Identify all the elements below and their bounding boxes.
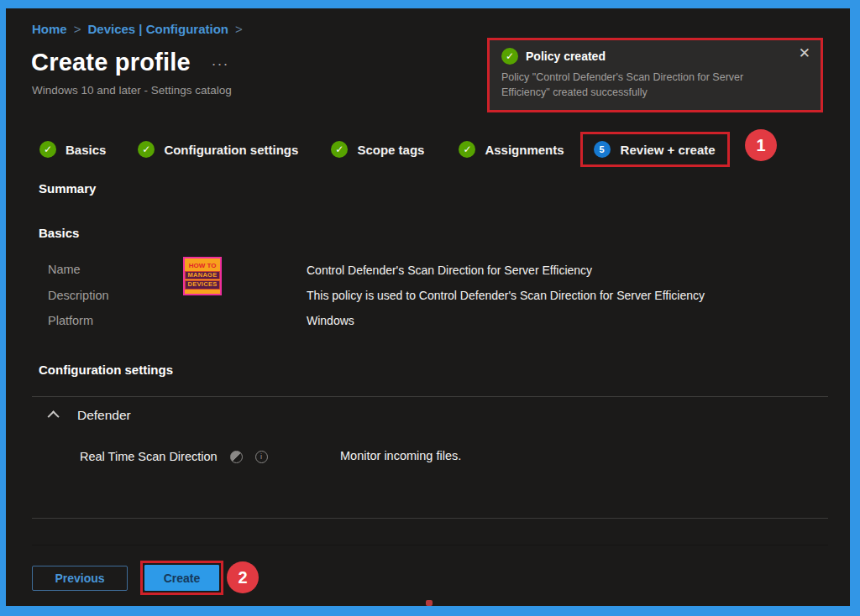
logo-text: DEVICES	[185, 280, 219, 290]
success-check-icon: ✓	[501, 48, 518, 65]
tab-assignments[interactable]: ✓ Assignments	[459, 141, 564, 158]
breadcrumb-separator: >	[235, 22, 243, 36]
platform-label: Platform	[48, 314, 93, 327]
setting-row: Real Time Scan Direction i	[80, 450, 268, 463]
step-number-badge: 5	[594, 141, 611, 158]
name-label: Name	[48, 263, 81, 276]
half-filled-circle-icon	[230, 451, 243, 463]
toast-message: Policy "Control Defender's Scan Directio…	[501, 70, 779, 100]
tab-basics[interactable]: ✓ Basics	[39, 141, 106, 158]
breadcrumb: Home>Devices | Configuration>	[32, 22, 249, 36]
description-label: Description	[48, 289, 109, 302]
page-title: Create profile	[31, 49, 191, 76]
divider	[32, 396, 828, 397]
logo-text: MANAGE	[185, 271, 219, 280]
previous-button[interactable]: Previous	[32, 566, 128, 591]
breadcrumb-home-link[interactable]: Home	[32, 22, 67, 36]
step-complete-check-icon: ✓	[331, 141, 348, 158]
summary-heading: Summary	[39, 181, 96, 196]
page-subtitle: Windows 10 and later - Settings catalog	[32, 84, 232, 97]
howtomanagedevices-logo: HOW TO MANAGE DEVICES	[183, 257, 222, 295]
chevron-up-icon	[48, 410, 60, 422]
red-dot-marker	[426, 600, 433, 606]
basics-heading: Basics	[39, 226, 79, 240]
step-label: Basics	[66, 143, 106, 157]
step-label: Review + create	[621, 143, 716, 157]
platform-value: Windows	[307, 314, 354, 327]
group-label: Defender	[77, 408, 131, 423]
toast-header: ✓ Policy created	[501, 48, 809, 65]
breadcrumb-devices-configuration-link[interactable]: Devices | Configuration	[87, 22, 228, 36]
create-button[interactable]: Create	[144, 565, 219, 591]
step-label: Assignments	[485, 143, 564, 157]
breadcrumb-separator: >	[74, 22, 81, 36]
window-frame-bottom	[0, 606, 860, 616]
window-frame-left	[0, 0, 6, 616]
info-icon[interactable]: i	[255, 451, 268, 463]
annotation-marker-1: 1	[745, 129, 777, 161]
toast-title: Policy created	[526, 50, 606, 63]
window-frame-right	[850, 0, 860, 616]
step-complete-check-icon: ✓	[138, 141, 155, 158]
step-complete-check-icon: ✓	[459, 141, 475, 158]
window-frame-top	[0, 0, 860, 8]
configuration-settings-heading: Configuration settings	[39, 363, 173, 377]
step-label: Configuration settings	[164, 143, 298, 157]
policy-created-toast: ✓ Policy created ✕ Policy "Control Defen…	[487, 38, 823, 112]
tab-scope-tags[interactable]: ✓ Scope tags	[331, 141, 424, 158]
footer-divider	[32, 545, 828, 546]
wizard-steps: ✓ Basics ✓ Configuration settings ✓ Scop…	[39, 137, 730, 162]
step-complete-check-icon: ✓	[39, 141, 56, 158]
annotation-marker-2: 2	[227, 561, 259, 593]
close-icon[interactable]: ✕	[799, 46, 810, 60]
setting-value: Monitor incoming files.	[340, 449, 461, 462]
more-options-icon[interactable]: ...	[212, 52, 229, 70]
step-label: Scope tags	[357, 143, 424, 157]
logo-text: HOW TO	[189, 263, 217, 270]
create-profile-page: Home>Devices | Configuration> Create pro…	[0, 0, 860, 616]
setting-name: Real Time Scan Direction	[80, 450, 218, 463]
name-value: Control Defender's Scan Direction for Se…	[307, 264, 592, 277]
create-button-highlight-box: Create	[140, 561, 223, 595]
defender-group-expander[interactable]: Defender	[50, 408, 131, 423]
description-value: This policy is used to Control Defender'…	[307, 289, 705, 302]
tab-configuration-settings[interactable]: ✓ Configuration settings	[138, 141, 298, 158]
divider	[32, 518, 828, 519]
tab-review-create[interactable]: 5 Review + create	[580, 132, 730, 167]
